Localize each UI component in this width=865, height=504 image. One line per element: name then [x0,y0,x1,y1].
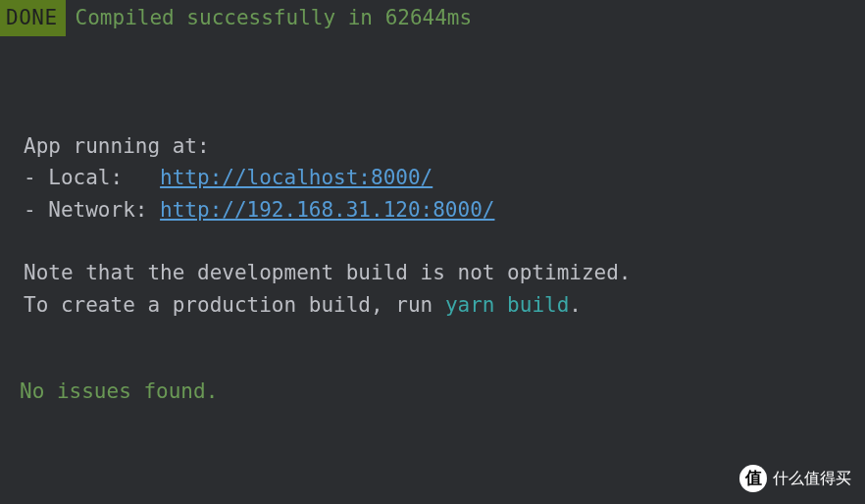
network-url-link[interactable]: http://192.168.31.120:8000/ [160,198,494,222]
done-badge: DONE [0,0,66,36]
note-line-2: To create a production build, run yarn b… [24,289,865,322]
terminal-output: DONE Compiled successfully in 62644ms Ap… [0,0,865,408]
note-prefix: To create a production build, run [24,293,445,317]
watermark-text: 什么值得买 [773,467,851,491]
yarn-build-command: yarn build [445,293,569,317]
network-line: - Network: http://192.168.31.120:8000/ [24,194,865,227]
no-issues-message: No issues found. [20,376,865,408]
status-line: DONE Compiled successfully in 62644ms [0,0,865,36]
local-url-link[interactable]: http://localhost:8000/ [160,166,432,189]
network-label: - Network: [24,198,160,222]
watermark-icon: 值 [739,465,767,492]
terminal-content: App running at: - Local: http://localhos… [0,130,865,408]
note-line-1: Note that the development build is not o… [24,257,865,289]
watermark: 值 什么值得买 [739,465,851,492]
local-label: - Local: [24,166,160,189]
app-running-heading: App running at: [24,130,865,163]
local-line: - Local: http://localhost:8000/ [24,162,865,194]
compile-message: Compiled successfully in 62644ms [76,2,473,34]
note-suffix: . [569,293,582,317]
